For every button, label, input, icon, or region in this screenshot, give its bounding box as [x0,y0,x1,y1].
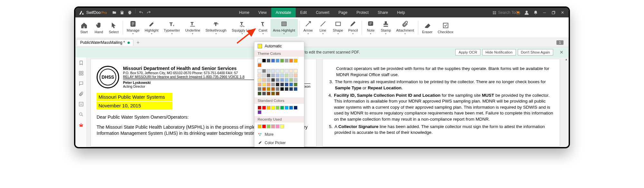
attachments-icon[interactable] [78,90,85,97]
ribbon-start[interactable]: Start [77,19,91,37]
ribbon-manage[interactable]: Manage▾ [124,19,142,37]
menu-tab-share[interactable]: Share [373,8,393,17]
color-picker-button[interactable]: Color Picker [254,139,304,147]
color-swatch[interactable] [294,83,298,86]
comments-icon[interactable] [78,80,85,87]
color-swatch[interactable] [276,74,279,77]
color-swatch[interactable] [262,59,266,63]
apply-ocr-button[interactable]: Apply OCR [455,49,480,55]
color-swatch[interactable] [271,106,275,110]
ribbon-strikethrough[interactable]: TStrikethrough▾ [203,19,229,37]
color-swatch[interactable] [280,83,284,86]
ribbon-checkbox[interactable]: Checkbox [435,19,456,37]
color-swatch[interactable] [276,59,279,63]
color-swatch[interactable] [276,87,279,91]
color-swatch[interactable] [267,92,270,95]
scroll-up-icon[interactable]: ▴ [564,57,569,63]
ribbon-shape[interactable]: Shape▾ [330,19,346,37]
color-swatch[interactable] [262,69,266,73]
color-swatch[interactable] [285,59,289,63]
color-swatch[interactable] [267,69,270,73]
ribbon-underline[interactable]: TUnderline▾ [183,19,203,37]
color-swatch[interactable] [285,78,289,82]
color-swatch[interactable] [276,83,279,86]
color-swatch[interactable] [262,74,266,77]
color-swatch[interactable] [258,87,261,91]
color-swatch[interactable] [258,110,261,114]
color-swatch[interactable] [271,59,275,63]
color-swatch[interactable] [258,63,261,67]
color-swatch[interactable] [262,92,266,95]
color-swatch[interactable] [280,78,284,82]
menu-tab-protect[interactable]: Protect [352,8,373,17]
ribbon-attachment[interactable]: Attachment▾ [393,19,417,37]
user-icon[interactable] [522,8,531,17]
color-swatch[interactable] [258,74,261,77]
color-swatch[interactable] [258,106,261,110]
color-swatch[interactable] [276,78,279,82]
color-swatch[interactable] [280,106,284,110]
color-swatch[interactable] [271,92,275,95]
menu-tab-help[interactable]: Help [393,8,410,17]
color-swatch[interactable] [262,124,266,128]
ribbon-highlight[interactable]: Highlight▾ [142,19,161,37]
open-icon[interactable] [111,9,118,16]
color-swatch[interactable] [294,59,298,63]
close-bar-icon[interactable]: ✕ [560,50,564,55]
close-icon[interactable]: ✕ [558,8,567,17]
color-swatch[interactable] [289,83,293,86]
hide-notification-button[interactable]: Hide Notification [482,49,516,55]
color-swatch[interactable] [289,106,293,110]
maximize-icon[interactable] [549,8,558,17]
redo-icon[interactable] [145,9,152,16]
ribbon-squiggly-line[interactable]: TSquiggly Line▾ [229,19,255,37]
ribbon-note[interactable]: Note▾ [363,19,378,37]
color-swatch[interactable] [280,124,284,128]
ribbon-area-highlight[interactable]: Area Highlight▾ [270,19,298,37]
color-swatch[interactable] [262,83,266,86]
ribbon-select[interactable]: Select [106,19,121,37]
color-swatch[interactable] [280,74,284,77]
bookmark-icon[interactable] [78,59,85,66]
gift-icon[interactable] [78,121,85,128]
color-swatch[interactable] [294,106,298,110]
color-swatch[interactable] [262,78,266,82]
color-swatch[interactable] [285,106,289,110]
menu-tab-page[interactable]: Page [334,8,352,17]
color-swatch[interactable] [276,92,279,95]
ribbon-typewriter[interactable]: TTypewriter▾ [161,19,183,37]
color-swatch[interactable] [289,78,293,82]
cart-icon[interactable] [513,8,522,17]
color-swatch[interactable] [289,59,293,63]
search-icon[interactable] [78,111,85,118]
word-export-icon[interactable]: W [78,101,85,108]
ribbon-line[interactable]: Line▾ [316,19,330,37]
color-swatch[interactable] [267,106,270,110]
ribbon-hand[interactable]: Hand [91,19,106,37]
color-swatch[interactable] [276,124,279,128]
ribbon-arrow[interactable]: Arrow▾ [301,19,316,37]
color-swatch[interactable] [267,124,270,128]
automatic-color-row[interactable]: Automatic [254,42,304,50]
ribbon-pencil[interactable]: Pencil▾ [346,19,360,37]
color-swatch[interactable] [262,106,266,110]
color-swatch[interactable] [276,69,279,73]
more-colors-button[interactable]: More [254,130,304,139]
ribbon-stamp[interactable]: Stamp▾ [378,19,393,37]
menu-tab-view[interactable]: View [254,8,271,17]
bell-icon[interactable] [531,8,540,17]
color-swatch[interactable] [258,124,261,128]
color-swatch[interactable] [267,87,270,91]
color-swatch[interactable] [285,83,289,86]
color-swatch[interactable] [294,87,298,91]
color-swatch[interactable] [271,124,275,128]
color-swatch[interactable] [271,78,275,82]
color-swatch[interactable] [262,87,266,91]
color-swatch[interactable] [271,87,275,91]
color-swatch[interactable] [280,87,284,91]
color-swatch[interactable] [271,69,275,73]
color-swatch[interactable] [267,59,270,63]
color-swatch[interactable] [285,74,289,77]
color-swatch[interactable] [294,69,298,73]
color-swatch[interactable] [271,83,275,86]
